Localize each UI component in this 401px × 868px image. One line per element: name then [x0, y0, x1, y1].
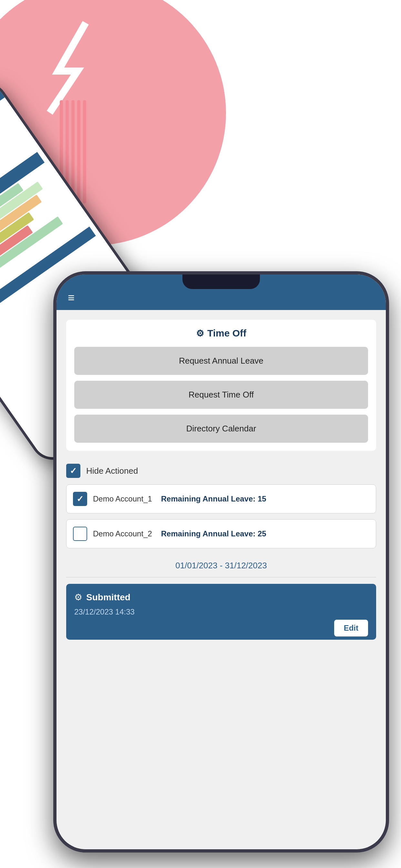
time-off-section: ⚙ Time Off Request Annual Leave Request … [66, 320, 376, 451]
hide-actioned-checkbox[interactable]: ✓ [66, 464, 81, 478]
hide-actioned-checkmark: ✓ [70, 466, 77, 476]
submitted-label: Submitted [86, 592, 130, 602]
date-range: 01/01/2023 - 31/12/2023 [66, 554, 376, 578]
time-off-title: ⚙ Time Off [74, 328, 368, 339]
hide-actioned-row: ✓ Hide Actioned [66, 457, 376, 485]
phone2-notch [182, 275, 260, 289]
submitted-gear-icon: ⚙ [74, 592, 82, 602]
account-2-name: Demo Account_2 [93, 529, 152, 538]
phone2-hamburger-icon[interactable]: ≡ [68, 292, 74, 304]
edit-btn-row: Edit [74, 616, 368, 640]
account-2-checkbox[interactable] [73, 527, 87, 541]
account-1-name: Demo Account_1 [93, 494, 152, 503]
phone2-content: ⚙ Time Off Request Annual Leave Request … [57, 310, 386, 578]
edit-button[interactable]: Edit [334, 620, 368, 637]
hide-actioned-label: Hide Actioned [86, 466, 138, 476]
phone-2: ≡ ⚙ Time Off Request Annual Leave Reques… [53, 271, 389, 852]
request-time-off-button[interactable]: Request Time Off [74, 381, 368, 409]
account-1-leave: Remaining Annual Leave: 15 [161, 494, 266, 503]
submitted-card: ⚙ Submitted 23/12/2023 14:33 Edit [66, 584, 376, 640]
time-off-label: Time Off [207, 328, 246, 339]
time-off-gear-icon: ⚙ [196, 328, 204, 339]
account-2-row: Demo Account_2 Remaining Annual Leave: 2… [66, 519, 376, 548]
submitted-header: ⚙ Submitted [74, 592, 368, 602]
account-1-row: ✓ Demo Account_1 Remaining Annual Leave:… [66, 485, 376, 514]
submitted-date: 23/12/2023 14:33 [74, 608, 368, 616]
account-2-leave: Remaining Annual Leave: 25 [161, 529, 266, 538]
account-1-checkbox[interactable]: ✓ [73, 492, 87, 506]
directory-calendar-button[interactable]: Directory Calendar [74, 414, 368, 443]
account-1-checkmark: ✓ [76, 494, 84, 504]
request-annual-leave-button[interactable]: Request Annual Leave [74, 347, 368, 375]
